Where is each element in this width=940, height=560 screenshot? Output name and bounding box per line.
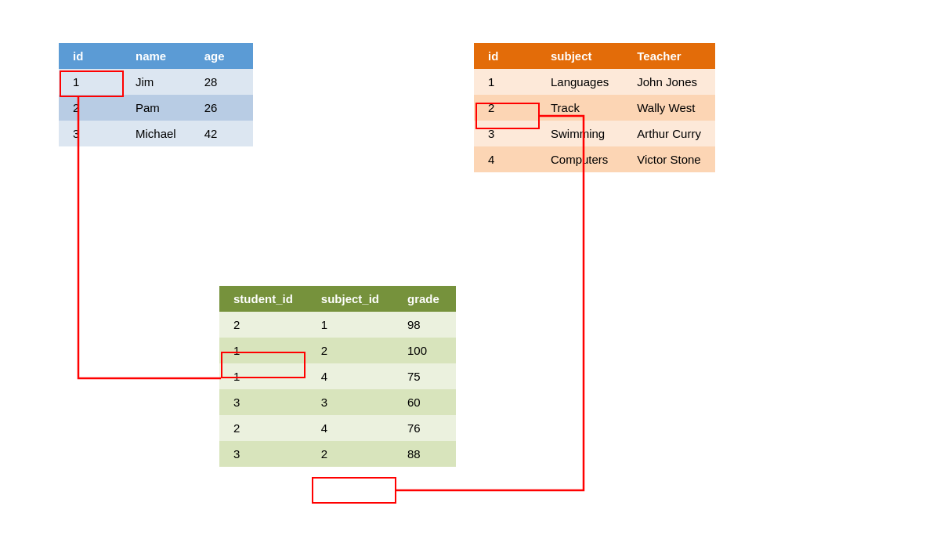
students-cell-age: 42 — [190, 121, 253, 146]
subjects-cell-teacher: Wally West — [623, 95, 715, 121]
grades-cell-grade: 75 — [393, 363, 456, 389]
grades-cell-student_id: 3 — [219, 441, 307, 467]
grades-cell-student_id: 1 — [219, 363, 307, 389]
grades-cell-student_id: 2 — [219, 415, 307, 441]
grades-cell-subject_id: 2 — [307, 441, 393, 467]
subjects-cell-subject: Swimming — [537, 121, 623, 146]
grades-cell-student_id: 1 — [219, 338, 307, 363]
subjects-cell-teacher: John Jones — [623, 69, 715, 95]
table-row: 2198 — [219, 312, 456, 338]
grades-col-subject-id: subject_id — [307, 286, 393, 312]
grades-col-grade: grade — [393, 286, 456, 312]
grades-cell-subject_id: 1 — [307, 312, 393, 338]
grades-cell-student_id: 3 — [219, 389, 307, 415]
table-row: 3Michael42 — [59, 121, 253, 146]
students-cell-age: 26 — [190, 95, 253, 121]
grades-col-student-id: student_id — [219, 286, 307, 312]
table-row: 3360 — [219, 389, 456, 415]
subjects-cell-id: 2 — [474, 95, 537, 121]
grades-cell-student_id: 2 — [219, 312, 307, 338]
students-col-id: id — [59, 43, 121, 69]
table-row: 4ComputersVictor Stone — [474, 146, 715, 172]
grades-cell-subject_id: 4 — [307, 415, 393, 441]
students-cell-id: 2 — [59, 95, 121, 121]
subjects-cell-teacher: Arthur Curry — [623, 121, 715, 146]
table-row: 3288 — [219, 441, 456, 467]
subjects-col-subject: subject — [537, 43, 623, 69]
subjects-cell-id: 3 — [474, 121, 537, 146]
grades-cell-grade: 60 — [393, 389, 456, 415]
highlight-grade-subject-id-2 — [312, 477, 396, 504]
grades-table: student_id subject_id grade 219812100147… — [219, 286, 456, 467]
subjects-table: id subject Teacher 1LanguagesJohn Jones2… — [474, 43, 715, 172]
grades-cell-grade: 100 — [393, 338, 456, 363]
grades-cell-subject_id: 4 — [307, 363, 393, 389]
grades-cell-grade: 98 — [393, 312, 456, 338]
grades-cell-subject_id: 3 — [307, 389, 393, 415]
table-row: 2476 — [219, 415, 456, 441]
subjects-cell-subject: Computers — [537, 146, 623, 172]
subjects-cell-id: 1 — [474, 69, 537, 95]
students-cell-id: 3 — [59, 121, 121, 146]
subjects-cell-subject: Track — [537, 95, 623, 121]
subjects-cell-subject: Languages — [537, 69, 623, 95]
subjects-cell-id: 4 — [474, 146, 537, 172]
students-cell-name: Jim — [121, 69, 190, 95]
grades-cell-grade: 76 — [393, 415, 456, 441]
students-cell-name: Pam — [121, 95, 190, 121]
table-row: 1LanguagesJohn Jones — [474, 69, 715, 95]
table-row: 1Jim28 — [59, 69, 253, 95]
table-row: 3SwimmingArthur Curry — [474, 121, 715, 146]
table-row: 12100 — [219, 338, 456, 363]
students-table: id name age 1Jim282Pam263Michael42 — [59, 43, 253, 146]
students-col-age: age — [190, 43, 253, 69]
students-col-name: name — [121, 43, 190, 69]
table-row: 2TrackWally West — [474, 95, 715, 121]
students-cell-age: 28 — [190, 69, 253, 95]
diagram-container: id name age 1Jim282Pam263Michael42 id su… — [0, 0, 940, 560]
subjects-col-teacher: Teacher — [623, 43, 715, 69]
table-row: 1475 — [219, 363, 456, 389]
students-cell-id: 1 — [59, 69, 121, 95]
grades-cell-subject_id: 2 — [307, 338, 393, 363]
subjects-col-id: id — [474, 43, 537, 69]
subjects-cell-teacher: Victor Stone — [623, 146, 715, 172]
grades-cell-grade: 88 — [393, 441, 456, 467]
table-row: 2Pam26 — [59, 95, 253, 121]
students-cell-name: Michael — [121, 121, 190, 146]
